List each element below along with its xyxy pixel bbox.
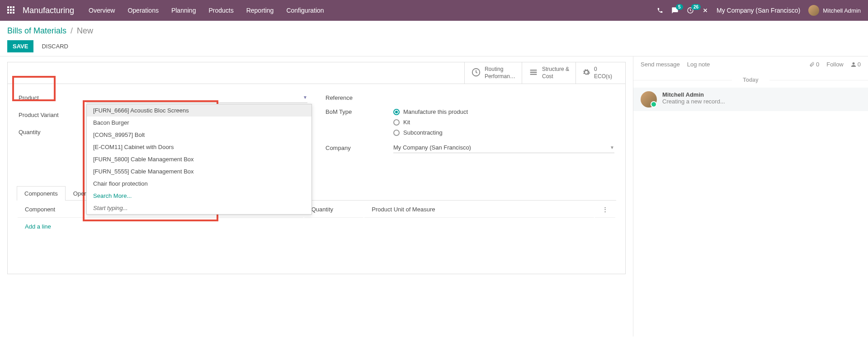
company-select[interactable]: My Company (San Francisco) ▼ (393, 142, 614, 153)
stat-ecos[interactable]: 0 ECO(s) (576, 62, 625, 84)
nav-overview[interactable]: Overview (89, 7, 115, 14)
dropdown-item[interactable]: [CONS_89957] Bolt (87, 129, 311, 141)
dropdown-item[interactable]: [FURN_6666] Acoustic Bloc Screens (87, 104, 311, 117)
nav-right: 5 26 My Company (San Francisco) Mitchell… (657, 5, 861, 16)
company-label: Company (326, 145, 393, 151)
follow-button[interactable]: Follow (826, 61, 844, 68)
quantity-label: Quantity (19, 129, 86, 136)
nav-products[interactable]: Products (208, 7, 233, 14)
form-sheet: Routing Performan… Structure & Cost (7, 62, 626, 274)
stat-structure-cost[interactable]: Structure & Cost (522, 62, 576, 84)
dropdown-item[interactable]: Chair floor protection (87, 178, 311, 190)
reference-label: Reference (326, 94, 393, 101)
bom-type-manufacture[interactable]: Manufacture this product (393, 108, 468, 115)
tab-components[interactable]: Components (17, 186, 66, 201)
apps-icon[interactable] (7, 6, 15, 14)
col-uom: Product Unit of Measure (364, 201, 594, 218)
user-menu[interactable]: Mitchell Admin (808, 5, 861, 16)
stat-routing-performance[interactable]: Routing Performan… (464, 62, 522, 84)
gears-icon (582, 68, 590, 78)
chatter-message: Mitchell Admin Creating a new record... (633, 88, 868, 111)
nav-reporting[interactable]: Reporting (246, 7, 274, 14)
caret-down-icon: ▼ (610, 145, 614, 150)
bom-type-label: BoM Type (326, 108, 393, 115)
col-quantity: Quantity (304, 201, 364, 218)
send-message-button[interactable]: Send message (641, 61, 680, 68)
nav-menu: Overview Operations Planning Products Re… (89, 7, 657, 14)
user-name: Mitchell Admin (823, 7, 861, 14)
clock-icon (471, 67, 481, 79)
app-brand: Manufacturing (23, 6, 74, 15)
breadcrumb: Bills of Materials / New (7, 26, 861, 36)
product-label: Product (19, 94, 86, 101)
attachments-button[interactable]: 0 (809, 61, 819, 68)
nav-planning[interactable]: Planning (171, 7, 196, 14)
message-author: Mitchell Admin (662, 91, 725, 98)
dropdown-item[interactable]: [FURN_5800] Cable Management Box (87, 153, 311, 165)
log-note-button[interactable]: Log note (687, 61, 710, 68)
messages-badge: 5 (676, 4, 683, 10)
action-bar: Bills of Materials / New SAVE DISCARD (0, 21, 868, 56)
product-variant-label: Product Variant (19, 112, 86, 118)
chatter-date-separator: Today (633, 77, 868, 83)
breadcrumb-current: New (77, 26, 93, 35)
activities-badge: 26 (691, 4, 701, 10)
product-dropdown: [FURN_6666] Acoustic Bloc Screens Bacon … (86, 104, 312, 215)
product-input[interactable] (86, 92, 307, 103)
breadcrumb-root[interactable]: Bills of Materials (7, 26, 66, 35)
dropdown-search-more[interactable]: Search More... (87, 190, 311, 202)
activities-icon[interactable]: 26 (687, 7, 694, 14)
dropdown-item[interactable]: [E-COM11] Cabinet with Doors (87, 141, 311, 153)
list-icon (528, 67, 538, 79)
kebab-icon[interactable]: ⋮ (595, 201, 615, 218)
dropdown-start-typing[interactable]: Start typing... (87, 202, 311, 214)
user-avatar (808, 5, 819, 16)
bom-type-kit[interactable]: Kit (393, 119, 468, 126)
chatter-panel: Send message Log note 0 Follow 0 Today M… (633, 56, 868, 337)
dropdown-item[interactable]: [FURN_5555] Cable Management Box (87, 165, 311, 178)
messages-icon[interactable]: 5 (671, 7, 679, 14)
add-line-button[interactable]: Add a line (18, 219, 615, 234)
message-text: Creating a new record... (662, 98, 725, 105)
phone-icon[interactable] (657, 7, 663, 14)
nav-configuration[interactable]: Configuration (286, 7, 324, 14)
bom-type-subcontracting[interactable]: Subcontracting (393, 129, 468, 136)
avatar (641, 91, 657, 108)
company-switcher[interactable]: My Company (San Francisco) (717, 7, 800, 14)
nav-operations[interactable]: Operations (127, 7, 158, 14)
caret-down-icon[interactable]: ▼ (303, 95, 307, 100)
followers-button[interactable]: 0 (851, 61, 861, 68)
save-button[interactable]: SAVE (7, 40, 33, 52)
dropdown-item[interactable]: Bacon Burger (87, 117, 311, 129)
top-nav: Manufacturing Overview Operations Planni… (0, 0, 868, 21)
discard-button[interactable]: DISCARD (38, 40, 72, 52)
close-debug-icon[interactable] (702, 7, 708, 14)
